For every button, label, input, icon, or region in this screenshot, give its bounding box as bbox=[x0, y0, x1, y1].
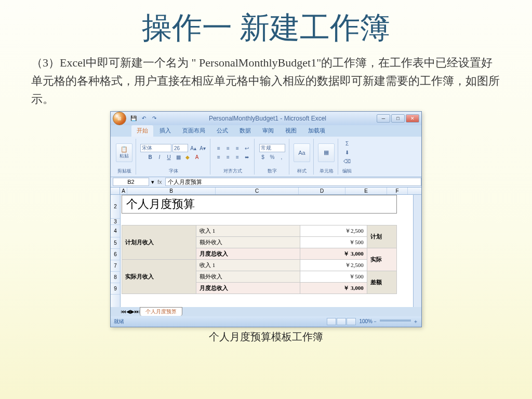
paste-button[interactable]: 📋粘贴 bbox=[116, 143, 132, 162]
row-4[interactable]: 4 bbox=[111, 225, 120, 237]
fill-icon[interactable]: ⬇ bbox=[343, 149, 351, 157]
cell-income2-val[interactable]: ￥2,500 bbox=[300, 259, 367, 271]
group-editing: Σ ⬇ ⌫ 编辑 bbox=[339, 139, 355, 175]
comma-icon[interactable]: , bbox=[277, 153, 286, 161]
zoom-level[interactable]: 100% bbox=[359, 318, 373, 324]
maximize-button[interactable]: □ bbox=[391, 114, 405, 123]
align-center-icon[interactable]: ≡ bbox=[224, 153, 232, 161]
view-normal-icon[interactable] bbox=[327, 318, 336, 325]
grow-font-icon[interactable]: A▴ bbox=[189, 144, 197, 152]
tab-data[interactable]: 数据 bbox=[234, 125, 256, 137]
close-button[interactable]: ✕ bbox=[406, 114, 419, 123]
wrap-icon[interactable]: ↩ bbox=[243, 144, 251, 152]
number-format-combo[interactable]: 常规 bbox=[259, 144, 285, 152]
sheet-tab[interactable]: 个人月度预算 bbox=[140, 307, 182, 316]
fx-icon[interactable]: fx bbox=[154, 179, 165, 185]
row-9[interactable]: 9 bbox=[111, 283, 120, 295]
cell-income2[interactable]: 收入 1 bbox=[196, 259, 300, 271]
percent-icon[interactable]: % bbox=[268, 153, 276, 161]
sheet-tab-bar: ⏮ ◀ ▶ ⏭ 个人月度预算 bbox=[111, 307, 421, 316]
tab-addins[interactable]: 加载项 bbox=[303, 125, 330, 137]
cell-income1-val[interactable]: ￥2,500 bbox=[300, 225, 367, 236]
view-break-icon[interactable] bbox=[347, 318, 356, 325]
col-F[interactable]: F bbox=[387, 188, 408, 194]
cell-total2-val[interactable]: ￥ 3,000 bbox=[300, 282, 367, 294]
tab-insert[interactable]: 插入 bbox=[154, 125, 176, 137]
autosum-icon[interactable]: Σ bbox=[343, 140, 351, 148]
italic-button[interactable]: I bbox=[155, 153, 164, 161]
tab-home[interactable]: 开始 bbox=[131, 125, 153, 137]
font-color-button[interactable]: A bbox=[193, 153, 201, 161]
cell-grid[interactable]: 个人月度预算 计划月收入 收入 1 ￥2,500 计划 额外收入 ￥500 月度… bbox=[121, 195, 413, 307]
row-7[interactable]: 7 bbox=[111, 260, 120, 272]
col-B[interactable]: B bbox=[127, 188, 216, 194]
cell-income1[interactable]: 收入 1 bbox=[196, 225, 300, 236]
row-6[interactable]: 6 bbox=[111, 249, 120, 260]
row-8[interactable]: 8 bbox=[111, 272, 120, 283]
name-box[interactable]: B2 bbox=[113, 178, 149, 186]
side-actual[interactable]: 实际 bbox=[367, 248, 396, 271]
cell-extra1[interactable]: 额外收入 bbox=[196, 236, 300, 248]
currency-icon[interactable]: $ bbox=[259, 153, 267, 161]
align-right-icon[interactable]: ≡ bbox=[233, 153, 242, 161]
fill-color-button[interactable]: ◆ bbox=[183, 153, 192, 161]
col-D[interactable]: D bbox=[299, 188, 345, 194]
row-3[interactable]: 3 bbox=[111, 219, 120, 225]
cell-total1-val[interactable]: ￥ 3,000 bbox=[300, 248, 367, 259]
minimize-button[interactable]: ─ bbox=[377, 114, 390, 123]
nav-next-icon[interactable]: ▶ bbox=[130, 309, 135, 314]
cell-total2[interactable]: 月度总收入 bbox=[196, 282, 300, 294]
col-A[interactable]: A bbox=[120, 188, 127, 194]
formula-input[interactable]: 个人月度预算 bbox=[165, 178, 421, 186]
office-button[interactable]: ⊞ bbox=[113, 112, 126, 125]
ribbon-tabs: 开始 插入 页面布局 公式 数据 审阅 视图 加载项 bbox=[111, 125, 421, 137]
cells-button[interactable]: ▦ bbox=[318, 143, 335, 162]
align-top-icon[interactable]: ≡ bbox=[215, 144, 223, 152]
cell-total1[interactable]: 月度总收入 bbox=[196, 248, 300, 259]
save-icon[interactable]: 💾 bbox=[129, 114, 138, 123]
font-name-combo[interactable]: 宋体 bbox=[140, 144, 171, 152]
view-layout-icon[interactable] bbox=[337, 318, 346, 325]
border-button[interactable]: ▦ bbox=[174, 153, 182, 161]
align-mid-icon[interactable]: ≡ bbox=[224, 144, 232, 152]
bold-button[interactable]: B bbox=[146, 153, 154, 161]
row-5[interactable]: 5 bbox=[111, 237, 120, 249]
shrink-font-icon[interactable]: A▾ bbox=[198, 144, 207, 152]
clear-icon[interactable]: ⌫ bbox=[343, 157, 351, 166]
col-C[interactable]: C bbox=[216, 188, 299, 194]
side-planned[interactable]: 计划 bbox=[367, 225, 396, 248]
cell-extra2[interactable]: 额外收入 bbox=[196, 271, 300, 282]
col-E[interactable]: E bbox=[345, 188, 387, 194]
styles-label: 样式 bbox=[297, 167, 307, 175]
tab-layout[interactable]: 页面布局 bbox=[177, 125, 210, 137]
merge-icon[interactable]: ⬌ bbox=[243, 153, 251, 161]
zoom-out-icon[interactable]: － bbox=[373, 318, 378, 325]
nav-prev-icon[interactable]: ◀ bbox=[126, 309, 130, 314]
redo-icon[interactable]: ↷ bbox=[150, 114, 158, 123]
underline-button[interactable]: U bbox=[165, 153, 173, 161]
section-actual[interactable]: 实际月收入 bbox=[122, 259, 196, 294]
align-bot-icon[interactable]: ≡ bbox=[233, 144, 242, 152]
side-diff[interactable]: 差额 bbox=[367, 271, 396, 294]
tab-formulas[interactable]: 公式 bbox=[211, 125, 233, 137]
section-planned[interactable]: 计划月收入 bbox=[122, 225, 196, 259]
column-headers: A B C D E F bbox=[111, 188, 421, 195]
titlebar: ⊞ 💾 ↶ ↷ PersonalMonthlyBudget1 - Microso… bbox=[111, 112, 421, 125]
zoom-in-icon[interactable]: ＋ bbox=[413, 318, 418, 325]
undo-icon[interactable]: ↶ bbox=[140, 114, 148, 123]
row-2[interactable]: 2 bbox=[111, 195, 120, 219]
align-left-icon[interactable]: ≡ bbox=[215, 153, 223, 161]
vertical-scrollbar[interactable] bbox=[413, 195, 421, 307]
tab-view[interactable]: 视图 bbox=[280, 125, 302, 137]
select-all-corner[interactable] bbox=[111, 188, 120, 194]
font-size-combo[interactable]: 26 bbox=[172, 144, 188, 152]
cell-title[interactable]: 个人月度预算 bbox=[122, 195, 397, 214]
styles-button[interactable]: Aa bbox=[294, 143, 310, 162]
nav-last-icon[interactable]: ⏭ bbox=[135, 309, 140, 314]
group-clipboard: 📋粘贴 剪贴板 bbox=[113, 139, 136, 175]
zoom-slider[interactable] bbox=[380, 320, 411, 322]
nav-first-icon[interactable]: ⏮ bbox=[121, 309, 126, 314]
tab-review[interactable]: 审阅 bbox=[257, 125, 279, 137]
cell-extra1-val[interactable]: ￥500 bbox=[300, 236, 367, 248]
cell-extra2-val[interactable]: ￥500 bbox=[300, 271, 367, 282]
